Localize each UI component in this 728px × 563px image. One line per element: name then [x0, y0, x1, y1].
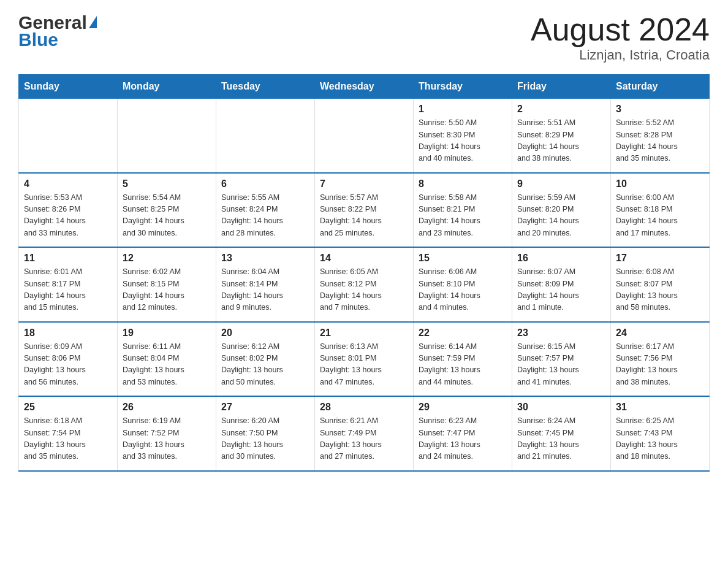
day-number: 12	[123, 253, 211, 264]
day-cell: 8Sunrise: 5:58 AM Sunset: 8:21 PM Daylig…	[414, 173, 512, 248]
day-cell: 30Sunrise: 6:24 AM Sunset: 7:45 PM Dayli…	[512, 396, 611, 471]
day-cell: 1Sunrise: 5:50 AM Sunset: 8:30 PM Daylig…	[414, 99, 512, 173]
day-number: 29	[419, 402, 507, 413]
day-number: 22	[419, 327, 507, 339]
day-info: Sunrise: 6:12 AM Sunset: 8:02 PM Dayligh…	[221, 341, 309, 389]
day-cell: 14Sunrise: 6:05 AM Sunset: 8:12 PM Dayli…	[315, 247, 414, 322]
day-info: Sunrise: 6:00 AM Sunset: 8:18 PM Dayligh…	[616, 192, 704, 240]
day-cell: 4Sunrise: 5:53 AM Sunset: 8:26 PM Daylig…	[19, 173, 118, 248]
day-number: 25	[24, 402, 112, 413]
day-info: Sunrise: 6:05 AM Sunset: 8:12 PM Dayligh…	[320, 266, 408, 314]
day-number: 26	[123, 402, 211, 413]
day-number: 17	[616, 253, 704, 264]
calendar-table: SundayMondayTuesdayWednesdayThursdayFrid…	[18, 74, 710, 472]
day-number: 18	[24, 327, 112, 339]
day-number: 21	[320, 327, 408, 339]
day-number: 20	[221, 327, 309, 339]
header-cell-tuesday: Tuesday	[216, 75, 315, 99]
day-cell: 11Sunrise: 6:01 AM Sunset: 8:17 PM Dayli…	[19, 247, 118, 322]
day-number: 5	[123, 178, 211, 190]
day-cell: 5Sunrise: 5:54 AM Sunset: 8:25 PM Daylig…	[118, 173, 216, 248]
day-info: Sunrise: 6:20 AM Sunset: 7:50 PM Dayligh…	[221, 415, 309, 463]
location-title: Liznjan, Istria, Croatia	[531, 47, 710, 63]
day-cell: 17Sunrise: 6:08 AM Sunset: 8:07 PM Dayli…	[611, 247, 710, 322]
week-row-1: 1Sunrise: 5:50 AM Sunset: 8:30 PM Daylig…	[19, 99, 710, 173]
day-cell: 28Sunrise: 6:21 AM Sunset: 7:49 PM Dayli…	[315, 396, 414, 471]
month-title: August 2024	[531, 12, 710, 47]
day-cell: 2Sunrise: 5:51 AM Sunset: 8:29 PM Daylig…	[512, 99, 611, 173]
header-cell-thursday: Thursday	[414, 75, 512, 99]
day-info: Sunrise: 6:15 AM Sunset: 7:57 PM Dayligh…	[517, 341, 605, 389]
day-cell: 3Sunrise: 5:52 AM Sunset: 8:28 PM Daylig…	[611, 99, 710, 173]
day-cell: 31Sunrise: 6:25 AM Sunset: 7:43 PM Dayli…	[611, 396, 710, 471]
day-number: 13	[221, 253, 309, 264]
day-info: Sunrise: 6:07 AM Sunset: 8:09 PM Dayligh…	[517, 266, 605, 314]
logo-blue-text: Blue	[18, 29, 58, 50]
day-number: 8	[419, 178, 507, 190]
week-row-5: 25Sunrise: 6:18 AM Sunset: 7:54 PM Dayli…	[19, 396, 710, 471]
header-cell-friday: Friday	[512, 75, 611, 99]
day-cell: 29Sunrise: 6:23 AM Sunset: 7:47 PM Dayli…	[414, 396, 512, 471]
day-info: Sunrise: 5:53 AM Sunset: 8:26 PM Dayligh…	[24, 192, 112, 240]
day-cell: 21Sunrise: 6:13 AM Sunset: 8:01 PM Dayli…	[315, 322, 414, 397]
day-info: Sunrise: 6:09 AM Sunset: 8:06 PM Dayligh…	[24, 341, 112, 389]
day-number: 9	[517, 178, 605, 190]
day-cell: 16Sunrise: 6:07 AM Sunset: 8:09 PM Dayli…	[512, 247, 611, 322]
week-row-4: 18Sunrise: 6:09 AM Sunset: 8:06 PM Dayli…	[19, 322, 710, 397]
day-number: 6	[221, 178, 309, 190]
day-number: 11	[24, 253, 112, 264]
day-info: Sunrise: 6:11 AM Sunset: 8:04 PM Dayligh…	[123, 341, 211, 389]
day-info: Sunrise: 5:59 AM Sunset: 8:20 PM Dayligh…	[517, 192, 605, 240]
day-info: Sunrise: 6:24 AM Sunset: 7:45 PM Dayligh…	[517, 415, 605, 463]
day-info: Sunrise: 5:52 AM Sunset: 8:28 PM Dayligh…	[616, 117, 704, 165]
day-info: Sunrise: 6:02 AM Sunset: 8:15 PM Dayligh…	[123, 266, 211, 314]
title-block: August 2024 Liznjan, Istria, Croatia	[531, 12, 710, 63]
day-cell: 9Sunrise: 5:59 AM Sunset: 8:20 PM Daylig…	[512, 173, 611, 248]
day-info: Sunrise: 5:58 AM Sunset: 8:21 PM Dayligh…	[419, 192, 507, 240]
day-info: Sunrise: 6:19 AM Sunset: 7:52 PM Dayligh…	[123, 415, 211, 463]
day-info: Sunrise: 6:14 AM Sunset: 7:59 PM Dayligh…	[419, 341, 507, 389]
day-info: Sunrise: 6:13 AM Sunset: 8:01 PM Dayligh…	[320, 341, 408, 389]
logo: General Blue	[18, 12, 97, 50]
day-number: 4	[24, 178, 112, 190]
calendar-body: 1Sunrise: 5:50 AM Sunset: 8:30 PM Daylig…	[19, 99, 710, 471]
day-cell	[216, 99, 315, 173]
day-number: 27	[221, 402, 309, 413]
day-cell: 20Sunrise: 6:12 AM Sunset: 8:02 PM Dayli…	[216, 322, 315, 397]
day-cell	[118, 99, 216, 173]
day-info: Sunrise: 6:21 AM Sunset: 7:49 PM Dayligh…	[320, 415, 408, 463]
day-cell: 22Sunrise: 6:14 AM Sunset: 7:59 PM Dayli…	[414, 322, 512, 397]
day-cell: 25Sunrise: 6:18 AM Sunset: 7:54 PM Dayli…	[19, 396, 118, 471]
day-info: Sunrise: 6:04 AM Sunset: 8:14 PM Dayligh…	[221, 266, 309, 314]
day-cell	[19, 99, 118, 173]
day-number: 15	[419, 253, 507, 264]
header-cell-saturday: Saturday	[611, 75, 710, 99]
day-number: 28	[320, 402, 408, 413]
day-info: Sunrise: 5:57 AM Sunset: 8:22 PM Dayligh…	[320, 192, 408, 240]
day-cell: 18Sunrise: 6:09 AM Sunset: 8:06 PM Dayli…	[19, 322, 118, 397]
day-number: 14	[320, 253, 408, 264]
week-row-3: 11Sunrise: 6:01 AM Sunset: 8:17 PM Dayli…	[19, 247, 710, 322]
day-info: Sunrise: 6:25 AM Sunset: 7:43 PM Dayligh…	[616, 415, 704, 463]
day-info: Sunrise: 6:23 AM Sunset: 7:47 PM Dayligh…	[419, 415, 507, 463]
day-cell: 10Sunrise: 6:00 AM Sunset: 8:18 PM Dayli…	[611, 173, 710, 248]
day-info: Sunrise: 6:08 AM Sunset: 8:07 PM Dayligh…	[616, 266, 704, 314]
day-number: 10	[616, 178, 704, 190]
header-cell-monday: Monday	[118, 75, 216, 99]
day-cell: 24Sunrise: 6:17 AM Sunset: 7:56 PM Dayli…	[611, 322, 710, 397]
day-number: 1	[419, 104, 507, 115]
day-info: Sunrise: 6:18 AM Sunset: 7:54 PM Dayligh…	[24, 415, 112, 463]
day-cell: 12Sunrise: 6:02 AM Sunset: 8:15 PM Dayli…	[118, 247, 216, 322]
day-number: 7	[320, 178, 408, 190]
day-cell	[315, 99, 414, 173]
day-info: Sunrise: 6:01 AM Sunset: 8:17 PM Dayligh…	[24, 266, 112, 314]
day-info: Sunrise: 6:06 AM Sunset: 8:10 PM Dayligh…	[419, 266, 507, 314]
day-info: Sunrise: 6:17 AM Sunset: 7:56 PM Dayligh…	[616, 341, 704, 389]
day-info: Sunrise: 5:51 AM Sunset: 8:29 PM Dayligh…	[517, 117, 605, 165]
day-number: 23	[517, 327, 605, 339]
day-number: 3	[616, 104, 704, 115]
calendar-header-row: SundayMondayTuesdayWednesdayThursdayFrid…	[19, 75, 710, 99]
week-row-2: 4Sunrise: 5:53 AM Sunset: 8:26 PM Daylig…	[19, 173, 710, 248]
header-cell-wednesday: Wednesday	[315, 75, 414, 99]
day-cell: 19Sunrise: 6:11 AM Sunset: 8:04 PM Dayli…	[118, 322, 216, 397]
